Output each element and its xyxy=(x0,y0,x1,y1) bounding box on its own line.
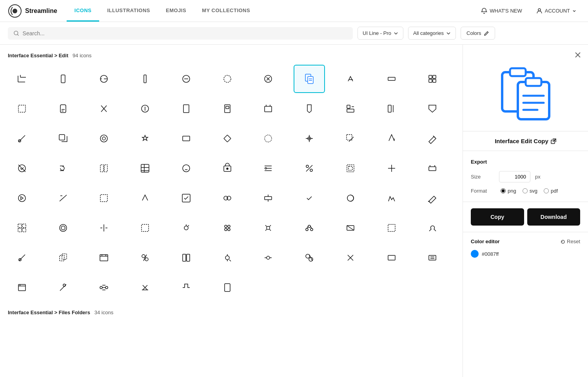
icon-cell[interactable] xyxy=(376,124,407,153)
icon-cell[interactable] xyxy=(6,273,38,302)
icon-cell[interactable] xyxy=(129,184,161,212)
icon-cell[interactable] xyxy=(212,214,243,242)
format-png[interactable]: png xyxy=(501,188,516,194)
icon-cell[interactable] xyxy=(212,124,243,153)
icon-cell[interactable] xyxy=(335,184,366,212)
icon-cell[interactable] xyxy=(171,65,202,93)
icon-cell[interactable] xyxy=(252,244,284,272)
tab-icons[interactable]: ICONS xyxy=(67,0,100,22)
icon-cell[interactable] xyxy=(171,214,202,242)
category-selector[interactable]: All categories xyxy=(408,27,456,40)
icon-cell[interactable] xyxy=(376,65,407,93)
icon-cell[interactable] xyxy=(417,244,448,272)
format-png-radio[interactable] xyxy=(501,188,506,193)
icon-cell[interactable] xyxy=(129,95,161,123)
icon-cell[interactable] xyxy=(171,95,202,123)
whats-new-button[interactable]: WHAT'S NEW xyxy=(477,5,526,16)
icon-cell[interactable] xyxy=(376,244,407,272)
icon-cell[interactable] xyxy=(47,273,79,302)
logo[interactable]: Streamline xyxy=(8,4,57,18)
color-swatch[interactable] xyxy=(471,250,479,258)
icon-cell[interactable] xyxy=(212,95,243,123)
icon-cell[interactable] xyxy=(129,124,161,153)
icon-cell[interactable] xyxy=(129,244,161,272)
icon-cell[interactable] xyxy=(6,124,38,153)
format-svg[interactable]: svg xyxy=(523,188,537,194)
icon-cell[interactable] xyxy=(129,154,161,182)
icon-cell[interactable] xyxy=(88,124,120,153)
icon-cell[interactable] xyxy=(171,154,202,182)
icon-cell[interactable] xyxy=(171,244,202,272)
icon-cell[interactable] xyxy=(417,65,448,93)
icon-cell[interactable] xyxy=(252,124,284,153)
icon-cell[interactable] xyxy=(6,65,38,93)
search-box[interactable] xyxy=(8,27,353,40)
copy-button[interactable]: Copy xyxy=(471,208,524,226)
icon-cell[interactable] xyxy=(212,65,243,93)
search-input[interactable] xyxy=(23,30,347,36)
icon-cell[interactable] xyxy=(88,154,120,182)
colors-button[interactable]: Colors xyxy=(461,27,495,40)
download-button[interactable]: Download xyxy=(527,208,581,226)
icon-cell[interactable] xyxy=(294,95,325,123)
icon-cell[interactable] xyxy=(129,214,161,242)
icon-cell[interactable] xyxy=(335,124,366,153)
icon-cell[interactable] xyxy=(212,184,243,212)
icon-cell[interactable] xyxy=(212,273,243,302)
icon-cell[interactable] xyxy=(6,214,38,242)
icon-cell[interactable] xyxy=(294,154,325,182)
icon-cell[interactable] xyxy=(47,244,79,272)
icon-cell[interactable] xyxy=(294,214,325,242)
reset-button[interactable]: Reset xyxy=(561,239,580,244)
icon-cell[interactable] xyxy=(252,214,284,242)
icon-cell[interactable] xyxy=(294,184,325,212)
icon-cell[interactable] xyxy=(376,95,407,123)
icon-cell[interactable] xyxy=(88,273,120,302)
pack-selector[interactable]: UI Line - Pro xyxy=(358,27,403,40)
icon-cell[interactable] xyxy=(335,214,366,242)
icon-cell[interactable] xyxy=(47,184,79,212)
icon-cell[interactable] xyxy=(252,65,284,93)
icon-cell[interactable] xyxy=(129,273,161,302)
icon-cell[interactable] xyxy=(417,124,448,153)
icon-cell[interactable] xyxy=(6,244,38,272)
icon-cell[interactable] xyxy=(252,184,284,212)
icon-cell[interactable] xyxy=(47,95,79,123)
icon-cell[interactable] xyxy=(335,244,366,272)
icon-cell[interactable] xyxy=(417,214,448,242)
close-button[interactable] xyxy=(572,49,583,60)
icon-cell[interactable] xyxy=(171,273,202,302)
icon-cell[interactable] xyxy=(376,214,407,242)
icon-cell[interactable] xyxy=(376,184,407,212)
icon-cell[interactable] xyxy=(47,214,79,242)
icon-cell[interactable] xyxy=(88,214,120,242)
format-pdf[interactable]: pdf xyxy=(544,188,558,194)
icon-cell[interactable] xyxy=(129,65,161,93)
icon-cell[interactable] xyxy=(294,244,325,272)
format-svg-radio[interactable] xyxy=(523,188,528,193)
icon-cell[interactable] xyxy=(88,184,120,212)
icon-cell[interactable] xyxy=(335,154,366,182)
icon-cell[interactable] xyxy=(417,184,448,212)
tab-my-collections[interactable]: MY COLLECTIONS xyxy=(194,0,258,22)
icon-cell[interactable] xyxy=(47,124,79,153)
icon-cell[interactable] xyxy=(335,65,366,93)
icon-cell[interactable] xyxy=(417,95,448,123)
icon-cell[interactable] xyxy=(6,95,38,123)
icon-cell[interactable] xyxy=(252,95,284,123)
format-pdf-radio[interactable] xyxy=(544,188,549,193)
icon-cell[interactable] xyxy=(88,244,120,272)
icon-cell[interactable] xyxy=(88,65,120,93)
icon-cell[interactable] xyxy=(47,154,79,182)
icon-cell[interactable] xyxy=(47,65,79,93)
size-input[interactable] xyxy=(499,171,530,182)
icon-cell[interactable] xyxy=(6,154,38,182)
icon-cell[interactable] xyxy=(212,244,243,272)
icon-cell[interactable] xyxy=(6,184,38,212)
icon-cell-selected[interactable] xyxy=(294,65,325,93)
icon-cell[interactable] xyxy=(171,184,202,212)
icon-cell[interactable] xyxy=(417,154,448,182)
icon-cell[interactable] xyxy=(212,154,243,182)
icon-cell[interactable] xyxy=(171,124,202,153)
icon-cell[interactable] xyxy=(294,124,325,153)
